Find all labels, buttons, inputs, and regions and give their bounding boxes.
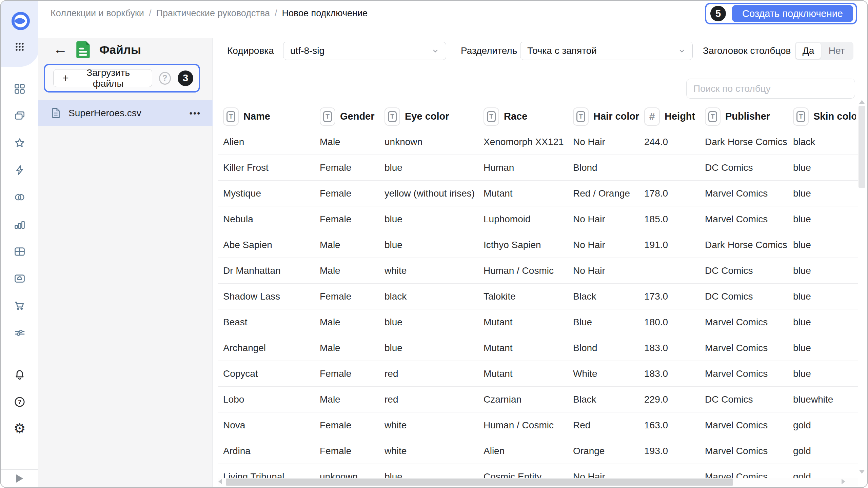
table-cell: Black bbox=[573, 284, 644, 309]
text-type-icon: T bbox=[320, 107, 335, 126]
horizontal-scrollbar-thumb[interactable] bbox=[226, 479, 733, 486]
table-cell: Marvel Comics bbox=[705, 181, 793, 206]
files-folder-icon[interactable] bbox=[12, 271, 27, 286]
table-cell: Marvel Comics bbox=[705, 335, 793, 361]
table-cell: White bbox=[573, 361, 644, 386]
table-cell: red bbox=[384, 387, 484, 412]
table-cell: Blue bbox=[573, 309, 644, 335]
column-header[interactable]: TSkin color bbox=[793, 104, 856, 129]
table-cell: white bbox=[384, 258, 484, 283]
header-toggle-label: Заголовок столбцов bbox=[703, 42, 791, 60]
table-cell: blue bbox=[384, 232, 484, 258]
table-cell: black bbox=[793, 129, 856, 155]
quick-actions-bolt-icon[interactable] bbox=[12, 163, 27, 178]
navigation-icon[interactable] bbox=[12, 81, 27, 96]
table-row: ArdinaFemalewhiteAlienOrange193.0Marvel … bbox=[218, 438, 858, 464]
column-header-label: Height bbox=[665, 111, 695, 122]
file-type-sheet-icon bbox=[76, 41, 91, 59]
text-type-icon: T bbox=[705, 107, 721, 126]
column-header-label: Name bbox=[243, 111, 270, 122]
table-cell: Mutant bbox=[484, 309, 573, 335]
annotation-step-badge: 3 bbox=[178, 70, 193, 86]
table-cell: Female bbox=[320, 438, 384, 464]
column-header[interactable]: TEye color bbox=[384, 104, 484, 129]
connections-icon[interactable] bbox=[12, 190, 27, 205]
document-icon bbox=[51, 108, 60, 118]
table-cell: 193.0 bbox=[644, 438, 705, 464]
table-cell: Female bbox=[320, 206, 384, 232]
column-header-label: Eye color bbox=[405, 111, 449, 122]
column-search-input[interactable] bbox=[686, 79, 855, 99]
column-header[interactable]: #Height bbox=[644, 104, 705, 129]
create-connection-callout: 5 Создать подключение bbox=[705, 3, 857, 24]
datalens-logo[interactable] bbox=[11, 12, 30, 30]
table-cell bbox=[644, 258, 705, 283]
delimiter-select[interactable]: Точка с запятой bbox=[520, 42, 693, 60]
scroll-up-arrow[interactable] bbox=[859, 100, 865, 104]
table-row: LoboMaleredCzarnianBlack229.0DC Comicsbl… bbox=[218, 387, 858, 412]
table-cell: white bbox=[384, 438, 484, 464]
table-cell: blue bbox=[793, 309, 856, 335]
column-header[interactable]: TPublisher bbox=[705, 104, 793, 129]
column-header[interactable]: TGender bbox=[320, 104, 384, 129]
encoding-select[interactable]: utf-8-sig bbox=[283, 42, 446, 60]
marketplace-cart-icon[interactable] bbox=[12, 298, 27, 313]
table-cell: Mutant bbox=[484, 181, 573, 206]
file-list-item[interactable]: SuperHeroes.csv ••• bbox=[38, 100, 213, 126]
column-header-label: Skin color bbox=[813, 111, 856, 122]
scroll-down-arrow[interactable] bbox=[859, 470, 865, 474]
expand-sidebar-icon[interactable] bbox=[16, 474, 23, 483]
table-cell: No Hair bbox=[573, 129, 644, 155]
vertical-scrollbar-thumb[interactable] bbox=[859, 106, 865, 188]
table-body: AlienMaleunknownXenomorph XX121No Hair24… bbox=[218, 129, 858, 487]
table-cell: DC Comics bbox=[705, 258, 793, 283]
table-cell: blue bbox=[384, 335, 484, 361]
table-cell: blue bbox=[384, 155, 484, 180]
table-cell: gold bbox=[793, 438, 856, 464]
charts-icon[interactable] bbox=[12, 217, 27, 232]
services-sliders-icon[interactable] bbox=[12, 325, 27, 340]
table-cell: Nova bbox=[223, 412, 320, 438]
create-connection-button[interactable]: Создать подключение bbox=[732, 5, 853, 22]
column-header[interactable]: TName bbox=[223, 104, 320, 129]
notifications-bell-icon[interactable] bbox=[12, 367, 27, 382]
table-cell: 178.0 bbox=[644, 181, 705, 206]
table-cell: DC Comics bbox=[705, 155, 793, 180]
annotation-step-badge: 5 bbox=[710, 6, 726, 21]
header-toggle: Да Нет bbox=[795, 42, 853, 60]
table-cell: Abe Sapien bbox=[223, 232, 320, 258]
text-type-icon: T bbox=[793, 107, 809, 126]
breadcrumb-collections[interactable]: Коллекции и воркбуки bbox=[51, 8, 144, 19]
table-row: ArchangelMaleblueMutantBlond183.0Marvel … bbox=[218, 335, 858, 361]
upload-files-button[interactable]: + Загрузить файлы bbox=[53, 69, 152, 87]
table-row: Shadow LassFemaleblackTalokiteBlack173.0… bbox=[218, 284, 858, 309]
upload-help-icon[interactable]: ? bbox=[159, 72, 171, 85]
table-row: Killer FrostFemaleblueHumanBlondDC Comic… bbox=[218, 155, 858, 181]
file-more-menu-icon[interactable]: ••• bbox=[190, 108, 201, 118]
column-header[interactable]: TRace bbox=[484, 104, 573, 129]
column-header[interactable]: THair color bbox=[573, 104, 644, 129]
header-toggle-yes[interactable]: Да bbox=[796, 43, 821, 59]
table-cell: Dark Horse Comics bbox=[705, 232, 793, 258]
collections-icon[interactable] bbox=[12, 108, 27, 123]
help-icon[interactable]: ? bbox=[12, 394, 27, 409]
settings-gear-icon[interactable]: ⚙ bbox=[12, 421, 27, 436]
scroll-right-arrow[interactable] bbox=[842, 479, 845, 484]
apps-menu-icon[interactable] bbox=[14, 41, 26, 53]
left-rail: ? ⚙ bbox=[1, 1, 38, 487]
table-cell: blue bbox=[793, 232, 856, 258]
scroll-left-arrow[interactable] bbox=[218, 479, 222, 484]
table-row: NovaFemalewhiteHuman / CosmicRed163.0Mar… bbox=[218, 412, 858, 438]
encoding-label: Кодировка bbox=[227, 42, 274, 60]
back-arrow-icon[interactable]: ← bbox=[53, 42, 67, 56]
header-toggle-no[interactable]: Нет bbox=[821, 43, 852, 59]
table-cell: 229.0 bbox=[644, 387, 705, 412]
favorites-star-icon[interactable] bbox=[12, 136, 27, 150]
table-cell: Female bbox=[320, 181, 384, 206]
table-cell: Marvel Comics bbox=[705, 438, 793, 464]
table-cell: Female bbox=[320, 284, 384, 309]
table-cell: Human / Cosmic bbox=[484, 412, 573, 438]
datasets-table-icon[interactable] bbox=[12, 244, 27, 259]
breadcrumb-guides[interactable]: Практические руководства bbox=[156, 8, 270, 19]
table-cell: Male bbox=[320, 387, 384, 412]
